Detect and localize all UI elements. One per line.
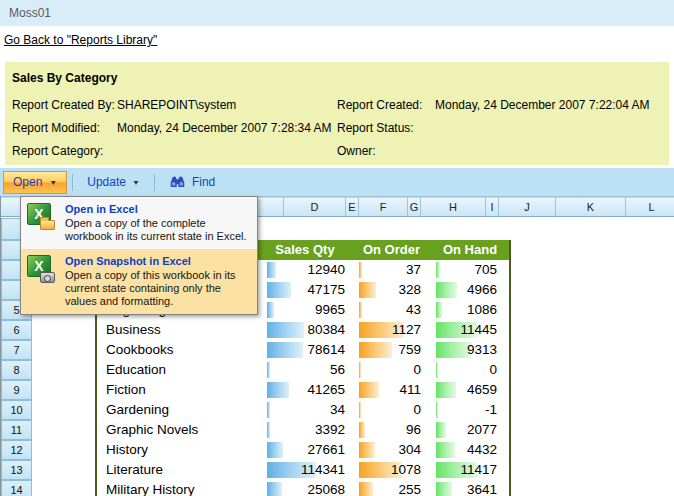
open-menu-button[interactable]: Open ▼ [3,171,67,194]
category-cell[interactable]: Business [106,320,161,340]
update-button-label: Update [87,175,126,189]
category-cell[interactable]: Cookbooks [106,340,174,360]
chevron-down-icon: ▼ [49,178,57,186]
cell-value: 304 [398,440,421,460]
column-header-K[interactable]: K [556,197,626,217]
metadata-value-left: SHAREPOINT\system [117,98,337,112]
sales-qty-cell[interactable]: 12940 [259,260,353,280]
binoculars-icon [169,174,186,191]
metadata-label-left: Report Created By: [12,98,117,112]
on-order-cell[interactable]: 1127 [358,320,429,340]
on-hand-cell[interactable]: 705 [434,260,511,280]
column-header-F[interactable]: F [359,197,408,217]
on-hand-cell[interactable]: 1086 [434,300,511,320]
category-cell[interactable]: Gardening [106,400,169,420]
on-order-cell[interactable]: 304 [358,440,429,460]
data-bar [267,302,274,318]
sales-qty-cell[interactable]: 9965 [259,300,353,320]
column-header-I[interactable]: I [486,197,499,217]
category-cell[interactable]: Military History [106,480,195,496]
metadata-value-right: Monday, 24 December 2007 7:22:04 AM [435,98,662,112]
on-hand-cell[interactable]: -1 [434,400,511,420]
row-header-13[interactable]: 13 [1,460,32,480]
data-bar [267,402,270,418]
sales-qty-cell[interactable]: 47175 [259,280,353,300]
sales-qty-cell[interactable]: 41265 [259,380,353,400]
menu-item-title: Open Snapshot in Excel [65,255,252,267]
column-header-L[interactable]: L [626,197,674,217]
sales-qty-cell[interactable]: 114341 [259,460,353,480]
row-header-8[interactable]: 8 [1,360,32,380]
on-hand-cell[interactable]: 4432 [434,440,511,460]
on-order-cell[interactable]: 328 [358,280,429,300]
data-bar [267,282,291,298]
on-order-cell[interactable]: 759 [358,340,429,360]
category-cell[interactable]: History [106,440,148,460]
on-hand-cell[interactable]: 2077 [434,420,511,440]
on-order-cell[interactable]: 255 [358,480,429,496]
category-cell[interactable]: Literature [106,460,163,480]
data-bar [436,302,442,318]
on-hand-cell[interactable]: 4966 [434,280,511,300]
data-bar [359,282,376,298]
on-order-cell[interactable]: 96 [358,420,429,440]
on-order-cell[interactable]: 43 [358,300,429,320]
column-header-G[interactable]: G [408,197,421,217]
on-order-cell[interactable]: 411 [358,380,429,400]
cell-value: 25068 [307,480,345,496]
sales-qty-cell[interactable]: 25068 [259,480,353,496]
back-to-reports-library-link[interactable]: Go Back to "Reports Library" [4,33,157,47]
folder-icon [40,220,55,230]
row-header-10[interactable]: 10 [1,400,32,420]
row-header-6[interactable]: 6 [1,320,32,340]
row-header-14[interactable]: 14 [1,480,32,496]
row-header-12[interactable]: 12 [1,440,32,460]
sales-qty-cell[interactable]: 56 [259,360,353,380]
column-header-J[interactable]: J [499,197,556,217]
cell-value: 9965 [315,300,345,320]
cell-value: 27661 [307,440,345,460]
row-header-11[interactable]: 11 [1,420,32,440]
report-title: Sales By Category [12,71,662,85]
row-header-7[interactable]: 7 [1,340,32,360]
site-title: Moss01 [9,6,51,20]
on-hand-cell[interactable]: 11445 [434,320,511,340]
sales-qty-cell[interactable]: 78614 [259,340,353,360]
cell-value: 96 [406,420,421,440]
on-hand-cell[interactable]: 11417 [434,460,511,480]
row-header-9[interactable]: 9 [1,380,32,400]
table-row: Gardening340-1 [97,400,509,420]
on-hand-cell[interactable]: 4659 [434,380,511,400]
sales-qty-cell[interactable]: 3392 [259,420,353,440]
data-bar [436,482,452,496]
on-hand-cell[interactable]: 0 [434,360,511,380]
find-button[interactable]: Find [160,174,224,191]
menu-item-open-snapshot-in-excel[interactable]: Open Snapshot in Excel Open a copy of th… [21,249,257,314]
update-menu-button[interactable]: Update ▼ [78,175,149,189]
on-order-cell[interactable]: 0 [358,400,429,420]
column-header-D[interactable]: D [284,197,346,217]
category-cell[interactable]: Fiction [106,380,146,400]
report-info-panel: Sales By Category Report Created By:SHAR… [5,62,669,165]
category-cell[interactable]: Education [106,360,166,380]
sales-qty-cell[interactable]: 80384 [259,320,353,340]
sales-qty-cell[interactable]: 27661 [259,440,353,460]
cell-value: 12940 [307,260,345,280]
on-order-cell[interactable]: 0 [358,360,429,380]
on-order-cell[interactable]: 1078 [358,460,429,480]
column-header-H[interactable]: H [421,197,486,217]
cell-value: 11445 [460,320,497,340]
cell-value: 3641 [467,480,497,496]
sales-qty-cell[interactable]: 34 [259,400,353,420]
camera-icon [40,272,55,283]
cell-value: 4432 [467,440,497,460]
on-hand-cell[interactable]: 9313 [434,340,511,360]
column-header-on-order: On Order [354,240,429,260]
on-hand-cell[interactable]: 3641 [434,480,511,496]
cell-value: 2077 [467,420,497,440]
on-order-cell[interactable]: 37 [358,260,429,280]
menu-item-open-in-excel[interactable]: Open in Excel Open a copy of the complet… [21,197,257,249]
column-header-E[interactable]: E [346,197,359,217]
data-bar [436,342,471,358]
category-cell[interactable]: Graphic Novels [106,420,198,440]
